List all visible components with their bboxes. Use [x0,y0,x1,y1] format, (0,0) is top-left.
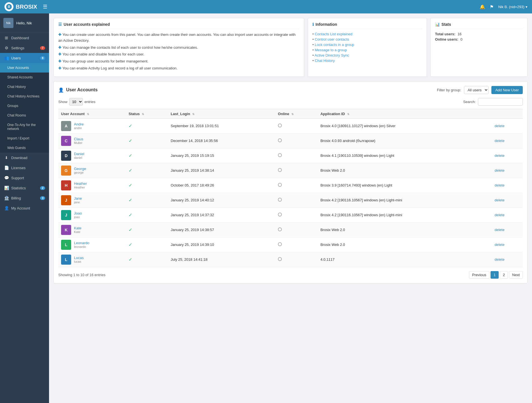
user-login: daniel [74,156,84,159]
last-login-cell: December 14, 2018 14:35:56 [168,133,275,148]
delete-link[interactable]: delete [494,228,504,232]
online-cell [275,237,318,252]
delete-link[interactable]: delete [494,168,504,173]
sidebar-item-chat-history[interactable]: Chat History [0,82,49,92]
billing-icon: 🏦 [4,196,9,200]
sort-icon[interactable]: ⇅ [192,113,194,116]
hamburger-icon[interactable]: ☰ [43,4,47,10]
user-name[interactable]: Lucas [74,256,84,260]
user-name[interactable]: Jane [74,196,82,201]
delete-link[interactable]: delete [494,124,504,128]
sidebar-item-shared-accounts[interactable]: Shared Accounts [0,73,49,82]
user-name[interactable]: Daniel [74,152,84,156]
info-link[interactable]: Contacts List explained [315,32,352,36]
info-link[interactable]: Lock contacts in a group [315,43,354,47]
chat-history-label: Chat History [7,85,26,89]
sidebar-item-groups[interactable]: Groups [0,101,49,111]
delete-link[interactable]: delete [494,183,504,187]
sidebar-item-import-export[interactable]: Import / Export [0,134,49,143]
delete-link[interactable]: delete [494,213,504,217]
settings-badge: 7 [40,46,45,50]
sidebar-item-dashboard[interactable]: ⊞ Dashboard [0,33,49,43]
info-link[interactable]: Control user contacts [315,37,349,41]
status-cell: ✓ [126,237,168,252]
col-status: Status ⇅ [126,109,168,118]
table-row: CClausMuller✓December 14, 2018 14:35:56B… [58,133,523,148]
information-panel: ℹ Information Contacts List explainedCon… [308,18,427,77]
app-id-cell: Brosix Web 2.0 [318,222,492,237]
show-entries-select[interactable]: 10 25 50 [69,98,83,106]
table-top-controls: Show 10 25 50 entries Search: [58,98,523,106]
search-input[interactable] [478,98,523,106]
status-check-icon: ✓ [129,124,132,128]
user-name[interactable]: George [74,167,86,171]
app-logo[interactable]: B BROSIX [4,2,37,11]
sidebar-item-licenses[interactable]: 📄 Licenses [0,163,49,173]
user-name[interactable]: Leonardo [74,241,89,245]
delete-link[interactable]: delete [494,153,504,158]
app-name: BROSIX [16,4,37,10]
page-2-button[interactable]: 2 [500,271,508,279]
delete-link[interactable]: delete [494,243,504,247]
explained-content: ✚You can create user accounts from this … [58,32,299,71]
sidebar-item-my-account[interactable]: 👤 My Account [0,203,49,213]
app-id-cell: Brosix 4.2 [190116.10567] windows (en) L… [318,208,492,222]
online-circle [278,198,282,202]
groups-label: Groups [7,104,18,108]
user-menu[interactable]: Nik B. (nid=293) ▾ [498,5,528,9]
delete-cell: delete [492,237,523,252]
info-link[interactable]: Chat History [315,59,335,63]
table-row: LLucaslucas✓July 25, 2018 14:41:184.0.11… [58,252,523,267]
user-name[interactable]: Joao [74,211,82,215]
user-name[interactable]: Kate [74,226,82,230]
info-link-item: Control user contacts [312,37,422,41]
sort-icon[interactable]: ⇅ [347,113,349,116]
status-cell: ✓ [126,252,168,267]
online-cell [275,163,318,178]
sort-icon[interactable]: ⇅ [87,113,89,116]
table-title: 👤 User Accounts [58,87,97,93]
filter-group-select[interactable]: All users Group 1 [464,86,489,94]
online-circle [278,227,282,231]
delete-cell: delete [492,193,523,208]
one-to-any-label: One-To-Any for the network [7,123,45,131]
table-title-text: User Accounts [66,87,97,92]
sidebar-item-support[interactable]: 💬 Support [0,173,49,183]
sidebar-item-users[interactable]: 👥 Users 8 [0,53,49,63]
user-name[interactable]: Claus [74,137,83,141]
online-cell [275,208,318,222]
status-check-icon: ✓ [129,183,132,188]
sidebar-item-chat-history-archives[interactable]: Chat History Archives [0,92,49,101]
info-link[interactable]: Active Directory Sync [315,53,349,57]
page-1-button[interactable]: 1 [491,271,499,279]
delete-link[interactable]: delete [494,198,504,202]
delete-link[interactable]: delete [494,257,504,262]
sort-icon[interactable]: ⇅ [142,113,144,116]
user-account-cell: CClausMuller [58,133,126,148]
sidebar-item-web-guests[interactable]: Web Guests [0,143,49,153]
sidebar-item-settings[interactable]: ⚙ Settings 7 [0,43,49,53]
flag-icon[interactable]: ⚑ [490,4,494,10]
avatar: K [61,225,71,235]
online-users-value: 0 [461,37,463,41]
user-name[interactable]: Heather [74,181,87,186]
sidebar-item-download[interactable]: ⬇ Download [0,153,49,163]
sort-icon[interactable]: ⇅ [291,113,294,116]
next-button[interactable]: Next [509,271,523,279]
greeting: Hello, [16,21,25,25]
sidebar-item-one-to-any[interactable]: One-To-Any for the network [0,120,49,134]
online-circle [278,138,282,142]
sidebar-item-chat-rooms[interactable]: Chat Rooms [0,111,49,120]
sidebar-item-user-accounts[interactable]: User Accounts [0,63,49,73]
info-link[interactable]: Message to a group [315,48,347,52]
last-login-cell: September 19, 2018 13:01:51 [168,118,275,133]
add-new-user-button[interactable]: Add New User [491,86,523,94]
user-name[interactable]: Andre [74,122,84,126]
sidebar-item-billing[interactable]: 🏦 Billing 3 [0,193,49,203]
prev-button[interactable]: Previous [469,271,489,279]
sidebar-item-statistics[interactable]: 📊 Statistics 2 [0,183,49,193]
delete-link[interactable]: delete [494,139,504,143]
info-link-item: Active Directory Sync [312,53,422,57]
info-link-item: Lock contacts in a group [312,43,422,47]
bell-icon[interactable]: 🔔 [480,4,485,10]
